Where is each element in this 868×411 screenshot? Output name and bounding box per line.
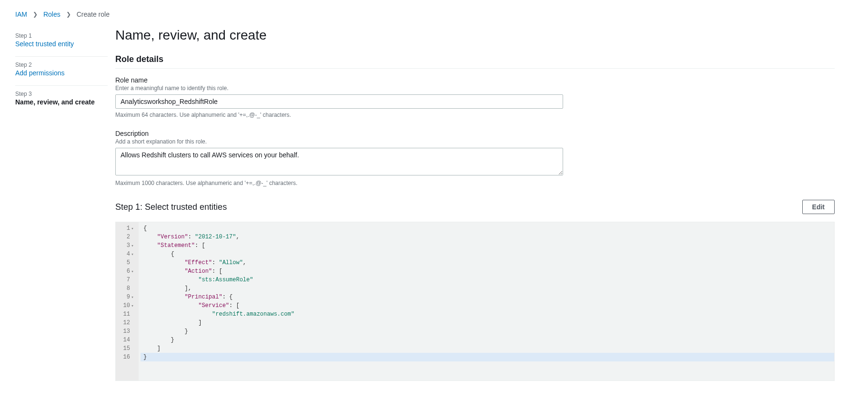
breadcrumb-roles[interactable]: Roles [43,10,61,18]
role-name-help: Maximum 64 characters. Use alphanumeric … [115,112,835,118]
gutter-line: 5 [121,258,135,267]
gutter-line: 16 [121,353,135,361]
code-line[interactable]: { [141,250,834,258]
code-line[interactable]: ] [141,319,834,327]
code-line[interactable]: "Action": [ [141,267,834,276]
edit-trusted-entities-button[interactable]: Edit [802,200,835,214]
code-line[interactable]: "sts:AssumeRole" [141,276,834,284]
gutter-line: 9▾ [121,293,135,301]
page-title: Name, review, and create [115,28,835,43]
code-gutter: 1▾23▾4▾56▾789▾10▾111213141516 [116,222,139,380]
breadcrumb: IAM ❯ Roles ❯ Create role [0,0,868,18]
gutter-line: 4▾ [121,250,135,258]
code-line[interactable]: ] [141,344,834,353]
description-group: Description Add a short explanation for … [115,130,835,186]
role-name-label: Role name [115,76,835,84]
description-hint: Add a short explanation for this role. [115,138,835,145]
code-line[interactable]: "Version": "2012-10-17", [141,233,834,241]
gutter-line: 6▾ [121,267,135,276]
description-textarea[interactable] [115,148,563,175]
step-label: Step 1 [15,32,108,39]
code-body[interactable]: { "Version": "2012-10-17", "Statement": … [139,222,834,380]
code-line[interactable]: "Statement": [ [141,241,834,250]
step-label: Step 3 [15,91,108,97]
wizard-step-2[interactable]: Step 2Add permissions [15,57,108,86]
code-line[interactable]: "Effect": "Allow", [141,258,834,267]
code-line[interactable]: "Principal": { [141,293,834,301]
description-label: Description [115,130,835,137]
chevron-right-icon: ❯ [66,11,71,18]
role-name-hint: Enter a meaningful name to identify this… [115,85,835,92]
gutter-line: 7 [121,276,135,284]
gutter-line: 1▾ [121,224,135,233]
code-line[interactable]: { [141,224,834,233]
step-label: Step 2 [15,62,108,68]
wizard-sidebar: Step 1Select trusted entityStep 2Add per… [0,28,115,400]
gutter-line: 3▾ [121,241,135,250]
gutter-line: 8 [121,284,135,293]
code-line[interactable]: } [141,353,834,361]
wizard-step-1[interactable]: Step 1Select trusted entity [15,28,108,57]
trusted-entities-title: Step 1: Select trusted entities [115,202,227,212]
trust-policy-editor[interactable]: 1▾23▾4▾56▾789▾10▾111213141516 { "Version… [115,222,835,381]
main-content: Name, review, and create Role details Ro… [115,28,854,400]
code-line[interactable]: "Service": [ [141,301,834,310]
role-name-input[interactable] [115,94,563,109]
gutter-line: 12 [121,319,135,327]
gutter-line: 10▾ [121,301,135,310]
wizard-step-3: Step 3Name, review, and create [15,86,108,114]
gutter-line: 13 [121,327,135,336]
code-line[interactable]: "redshift.amazonaws.com" [141,310,834,319]
gutter-line: 2 [121,233,135,241]
step-title[interactable]: Add permissions [15,69,108,77]
gutter-line: 14 [121,336,135,344]
step-title: Name, review, and create [15,98,108,106]
step-title[interactable]: Select trusted entity [15,40,108,48]
role-name-group: Role name Enter a meaningful name to ide… [115,76,835,118]
chevron-right-icon: ❯ [33,11,38,18]
description-help: Maximum 1000 characters. Use alphanumeri… [115,180,835,186]
section-role-details: Role details [115,54,835,69]
code-line[interactable]: } [141,336,834,344]
gutter-line: 15 [121,344,135,353]
code-line[interactable]: ], [141,284,834,293]
breadcrumb-current: Create role [77,10,110,18]
code-line[interactable]: } [141,327,834,336]
gutter-line: 11 [121,310,135,319]
breadcrumb-iam[interactable]: IAM [15,10,27,18]
